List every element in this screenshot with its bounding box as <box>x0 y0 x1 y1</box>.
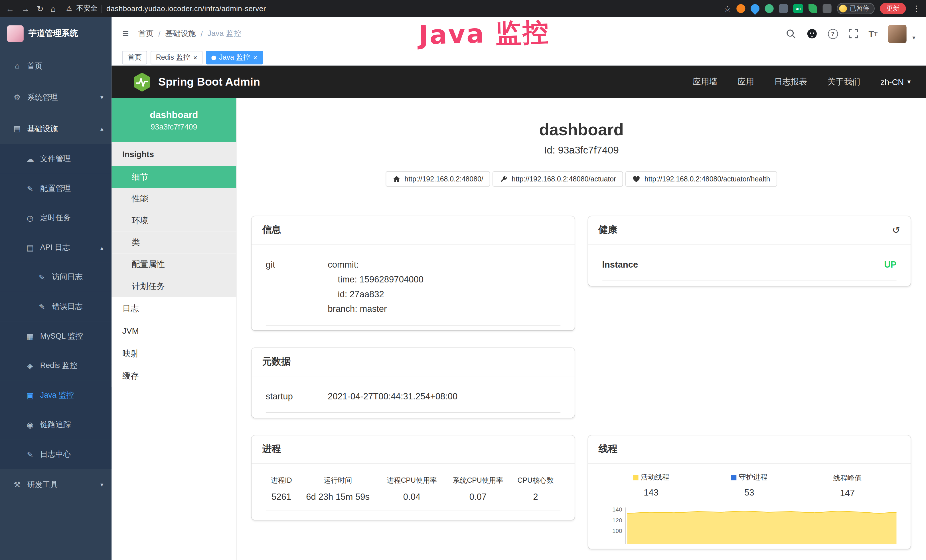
breadcrumb-separator: / <box>200 29 203 38</box>
threads-chart-y-axis: 140 120 100 <box>608 507 627 544</box>
error-log-icon: ✎ <box>36 302 47 311</box>
sidebar-item-mysql-monitor[interactable]: ▦ MySQL 监控 <box>0 321 112 351</box>
close-icon[interactable]: × <box>253 54 257 61</box>
side-item-jvm[interactable]: JVM <box>112 319 236 342</box>
instance-header[interactable]: dashboard 93a3fc7f7409 <box>112 98 236 142</box>
extension-icon-leaf[interactable] <box>808 4 817 13</box>
side-item-performance[interactable]: 性能 <box>112 188 236 210</box>
actuator-url-button[interactable]: http://192.168.0.2:48080/actuator <box>493 171 623 187</box>
page-subtitle: Id: 93a3fc7f7409 <box>237 145 926 156</box>
extension-icon-orange[interactable] <box>736 4 745 13</box>
side-item-logs[interactable]: 日志 <box>112 297 236 320</box>
extension-icon-switch-on[interactable]: on <box>793 4 803 13</box>
side-item-mappings[interactable]: 映射 <box>112 342 236 365</box>
breadcrumb-infrastructure[interactable]: 基础设施 <box>165 28 196 39</box>
home-icon: ⌂ <box>12 61 22 70</box>
sidebar-item-system-management[interactable]: ⚙ 系统管理 ▾ <box>0 82 112 113</box>
profile-sync-paused-badge[interactable]: 已暂停 <box>837 3 875 14</box>
side-group-insights: Insights <box>112 142 236 166</box>
home-icon <box>393 175 400 183</box>
sidebar-item-api-logs[interactable]: ▤ API 日志 ▴ <box>0 233 112 262</box>
side-item-config-props[interactable]: 配置属性 <box>112 253 236 275</box>
reload-icon[interactable]: ↻ <box>36 4 43 13</box>
log-center-icon: ✎ <box>25 450 35 459</box>
chevron-down-icon: ▾ <box>100 94 103 100</box>
metadata-row-startup: startup 2021-04-27T00:44:31.254+08:00 <box>266 380 560 413</box>
browser-home-icon[interactable]: ⌂ <box>51 4 56 13</box>
metadata-key: startup <box>266 389 328 404</box>
sidebar-item-file-management[interactable]: ☁ 文件管理 <box>0 144 112 174</box>
header-actions: ? TT ▾ <box>786 24 915 43</box>
github-icon[interactable] <box>806 28 817 39</box>
sidebar-item-dev-tools[interactable]: ⚒ 研发工具 ▾ <box>0 469 112 500</box>
address-bar[interactable]: ⚠ 不安全 dashboard.yudao.iocoder.cn/infra/a… <box>66 3 266 14</box>
instance-url-button[interactable]: http://192.168.0.2:48080/ <box>386 171 490 187</box>
extensions-puzzle-icon[interactable] <box>823 4 832 13</box>
sba-nav-applications[interactable]: 应用 <box>737 76 754 87</box>
dev-tools-icon: ⚒ <box>12 480 22 489</box>
app-header: ≡ 首页 / 基础设施 / Java 监控 Java 监控 ? <box>112 17 926 50</box>
screen: ← → ↻ ⌂ ⚠ 不安全 dashboard.yudao.iocoder.cn… <box>0 0 926 560</box>
avatar-caret-icon[interactable]: ▾ <box>912 34 915 43</box>
process-card: 进程 进程ID 运行时间 进程 <box>251 435 574 520</box>
not-secure-label: 不安全 <box>76 3 98 14</box>
tab-redis-monitor[interactable]: Redis 监控 × <box>151 51 203 65</box>
bookmark-star-icon[interactable]: ☆ <box>724 4 731 13</box>
redis-icon: ◈ <box>25 361 35 370</box>
sidebar-item-home[interactable]: ⌂ 首页 <box>0 50 112 82</box>
help-icon[interactable]: ? <box>828 29 838 38</box>
health-url-button[interactable]: http://192.168.0.2:48080/actuator/health <box>625 171 777 187</box>
side-item-classes[interactable]: 类 <box>112 232 236 254</box>
extension-icon-drop[interactable] <box>749 2 761 15</box>
sidebar-item-access-logs[interactable]: ✎ 访问日志 <box>0 262 112 292</box>
sba-nav-wall[interactable]: 应用墙 <box>693 76 717 87</box>
sidebar-item-scheduled-jobs[interactable]: ◷ 定时任务 <box>0 203 112 233</box>
not-secure-warning-icon: ⚠ <box>66 5 72 12</box>
sidebar-item-link-tracing[interactable]: ◉ 链路追踪 <box>0 410 112 440</box>
side-item-details[interactable]: 细节 <box>112 166 236 188</box>
extension-icon-grid[interactable] <box>779 4 788 13</box>
user-avatar[interactable] <box>888 24 906 43</box>
sidebar-item-infrastructure[interactable]: ▤ 基础设施 ▴ <box>0 113 112 144</box>
vue-devtools-icon[interactable] <box>765 4 774 13</box>
instance-name: dashboard <box>150 109 198 120</box>
side-item-environment[interactable]: 环境 <box>112 210 236 232</box>
status-badge: UP <box>884 257 896 272</box>
active-threads-value: 143 <box>602 487 700 497</box>
forward-icon[interactable]: → <box>21 4 30 13</box>
side-item-scheduled-tasks[interactable]: 计划任务 <box>112 275 236 297</box>
back-icon[interactable]: ← <box>6 4 14 13</box>
sba-nav-journal[interactable]: 日志报表 <box>774 76 807 87</box>
daemon-threads-swatch <box>731 475 737 480</box>
sba-brand-title: Spring Boot Admin <box>158 75 260 88</box>
url-text: dashboard.yudao.iocoder.cn/infra/admin-s… <box>106 5 266 13</box>
app-logo[interactable]: 芋道管理系统 <box>0 17 112 50</box>
file-cloud-icon: ☁ <box>25 154 35 163</box>
access-log-icon: ✎ <box>36 273 47 282</box>
breadcrumb-home[interactable]: 首页 <box>138 28 154 39</box>
tab-home[interactable]: 首页 <box>123 51 147 65</box>
history-icon[interactable]: ↺ <box>892 224 900 236</box>
browser-menu-icon[interactable]: ⋮ <box>912 4 920 13</box>
tab-java-monitor[interactable]: Java 监控 × <box>206 51 263 65</box>
health-card-title: 健康 <box>599 224 617 236</box>
font-size-icon[interactable]: TT <box>869 29 878 38</box>
close-icon[interactable]: × <box>193 54 197 61</box>
browser-update-button[interactable]: 更新 <box>880 3 906 14</box>
search-icon[interactable] <box>786 29 796 38</box>
sba-locale-select[interactable]: zh-CN ▾ <box>881 77 911 86</box>
sidebar-item-config-management[interactable]: ✎ 配置管理 <box>0 174 112 203</box>
handwritten-annotation: Java 监控 <box>418 15 550 52</box>
sidebar-item-java-monitor[interactable]: ▣ Java 监控 <box>0 381 112 410</box>
timer-icon: ◷ <box>25 214 35 222</box>
threads-card: 线程 活动线程 143 <box>588 435 911 549</box>
sidebar-item-redis-monitor[interactable]: ◈ Redis 监控 <box>0 351 112 381</box>
side-item-caches[interactable]: 缓存 <box>112 365 236 387</box>
app-logo-image <box>7 26 24 42</box>
sba-brand[interactable]: Spring Boot Admin <box>133 72 260 92</box>
sba-nav-about[interactable]: 关于我们 <box>827 76 860 87</box>
sidebar-item-error-logs[interactable]: ✎ 错误日志 <box>0 292 112 321</box>
sidebar-toggle-icon[interactable]: ≡ <box>123 27 129 40</box>
fullscreen-icon[interactable] <box>849 29 858 38</box>
sidebar-item-log-center[interactable]: ✎ 日志中心 <box>0 440 112 469</box>
